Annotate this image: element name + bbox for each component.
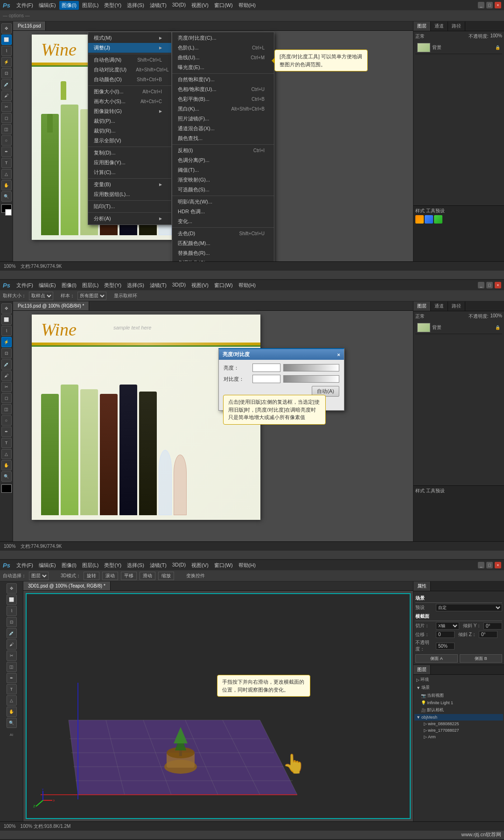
menu-layer[interactable]: 图层(L)	[80, 1, 101, 10]
adj-vibrance[interactable]: 自然饱和度(V)...	[172, 75, 274, 84]
tool3-eyedrop[interactable]: 💉	[7, 628, 17, 638]
tool2-eyedrop[interactable]: 💉	[1, 359, 12, 370]
adj-selectivecolor[interactable]: 可选颜色(S)...	[172, 185, 274, 195]
menu-auto-contrast[interactable]: 自动对比度(U)Alt+Shift+Ctrl+L	[88, 65, 171, 75]
adj-curves[interactable]: 曲线(U)...Ctrl+M	[172, 53, 274, 63]
menu-duplicate[interactable]: 复制(D)...	[88, 148, 171, 158]
tool-rect[interactable]: ⬜	[1, 35, 12, 45]
layer-scene[interactable]: ▼ 场景	[414, 684, 503, 692]
menu-image-size[interactable]: 图像大小(I)...Alt+Ctrl+I	[88, 87, 171, 97]
adj-threshold[interactable]: 阈值(T)...	[172, 165, 274, 175]
menu3-3d[interactable]: 3D(D)	[170, 561, 188, 570]
offset-input[interactable]	[436, 631, 455, 638]
contrast-input[interactable]	[252, 375, 280, 383]
menu2-file[interactable]: 文件(F)	[14, 281, 35, 290]
menu3-filter[interactable]: 滤镜(T)	[147, 561, 169, 570]
tool3-zoom[interactable]: 🔍	[7, 718, 17, 728]
tool2-rect[interactable]: ⬜	[1, 315, 12, 325]
sample-size-select[interactable]: 取样点	[29, 292, 53, 300]
tool-shape[interactable]: △	[1, 169, 12, 179]
doc-tab-3[interactable]: 3D01.psd @ 100% (Teapot, RGB/8) *	[23, 581, 111, 590]
menu3-layer[interactable]: 图层(L)	[80, 561, 101, 570]
menu2-edit[interactable]: 编辑(E)	[36, 281, 58, 290]
tool-hand[interactable]: ✋	[1, 180, 12, 190]
close-btn-3[interactable]: ×	[495, 562, 501, 568]
adj-levels[interactable]: 色阶(L)...Ctrl+L	[172, 43, 274, 53]
side-b-btn[interactable]: 侧面 B	[460, 654, 502, 663]
tool-crop[interactable]: ⊡	[1, 68, 12, 78]
layers3d-tab[interactable]: 图层	[413, 665, 431, 674]
rpanel-tab-paths-2[interactable]: 路径	[448, 301, 465, 311]
tool2-wand[interactable]: ⚡	[1, 337, 12, 347]
tool2-shape[interactable]: △	[1, 449, 12, 459]
menu3-window[interactable]: 窗口(W)	[212, 561, 235, 570]
adj-hue[interactable]: 色相/饱和度(U)...Ctrl+U	[172, 84, 274, 94]
prop-tab-main[interactable]: 属性	[413, 581, 431, 591]
menu-rotate[interactable]: 图像旋转(G)	[88, 106, 171, 116]
layer-mesh[interactable]: ▼ objMesh	[414, 714, 503, 721]
menu2-select[interactable]: 选择(S)	[125, 281, 147, 290]
adj-photofilter[interactable]: 照片滤镜(F)...	[172, 114, 274, 124]
layer-wire1[interactable]: ▷ wire_088088225	[414, 721, 503, 727]
tool2-move[interactable]: ✥	[1, 303, 12, 314]
adj-channelmixer[interactable]: 通道混合器(X)...	[172, 124, 274, 133]
layer-arm[interactable]: ▷ Arm	[414, 734, 503, 740]
menu-file[interactable]: 文件(F)	[14, 1, 35, 10]
maximize-btn-2[interactable]: □	[486, 282, 493, 288]
menu-auto-color[interactable]: 自动颜色(O)Shift+Ctrl+B	[88, 75, 171, 84]
menu2-3d[interactable]: 3D(D)	[170, 281, 188, 290]
menu-view[interactable]: 视图(V)	[189, 1, 211, 10]
autoselect-select[interactable]: 图层	[29, 572, 49, 580]
tool-zoom[interactable]: 🔍	[1, 191, 12, 202]
menu-select[interactable]: 选择(S)	[125, 1, 147, 10]
tool3-hand[interactable]: ✋	[7, 707, 17, 717]
adj-desaturate[interactable]: 去色(D)Shift+Ctrl+U	[172, 229, 274, 238]
menu3-file[interactable]: 文件(F)	[14, 561, 35, 570]
menu3-type[interactable]: 类型(Y)	[102, 561, 124, 570]
tool2-hand[interactable]: ✋	[1, 460, 12, 470]
tool3-text[interactable]: T	[7, 684, 17, 694]
tool2-pen[interactable]: ✒	[1, 427, 12, 437]
preset-select[interactable]: 自定	[436, 604, 502, 611]
menu-apply-image[interactable]: 应用图像(Y)...	[88, 158, 171, 168]
tool-wand[interactable]: ⚡	[1, 57, 12, 67]
menu-trap[interactable]: 陷印(T)...	[88, 202, 171, 211]
menu2-window[interactable]: 窗口(W)	[212, 281, 235, 290]
tool-clone[interactable]: ✂	[1, 102, 12, 112]
layer-wire2[interactable]: ▷ wire_177088027	[414, 727, 503, 734]
3d-roll-btn[interactable]: 滚动	[102, 572, 118, 580]
3d-rotate-btn[interactable]: 旋转	[84, 572, 99, 580]
menu-crop[interactable]: 裁切(P)...	[88, 116, 171, 126]
menu2-image[interactable]: 图像(I)	[59, 281, 79, 290]
brightness-input[interactable]	[252, 364, 280, 372]
adj-invert[interactable]: 反相(I)Ctrl+I	[172, 146, 274, 155]
show-ring-btn[interactable]: 显示取样环	[114, 293, 137, 299]
tool3-clone[interactable]: ✂	[7, 651, 17, 661]
layer-env[interactable]: ▷ 环境	[414, 676, 503, 684]
tool3-lasso[interactable]: ⌇	[7, 606, 17, 616]
menu-variables[interactable]: 变量(B)	[88, 180, 171, 189]
tool2-zoom[interactable]: 🔍	[1, 471, 12, 482]
doc-tab-1[interactable]: Pic116.psd	[13, 21, 46, 30]
adj-bw[interactable]: 黑白(K)...Alt+Shift+Ctrl+B	[172, 104, 274, 114]
menu3-select[interactable]: 选择(S)	[125, 561, 147, 570]
maximize-btn-3[interactable]: □	[486, 562, 493, 568]
menu2-filter[interactable]: 滤镜(T)	[147, 281, 169, 290]
tool2-crop[interactable]: ⊡	[1, 348, 12, 358]
menu2-help[interactable]: 帮助(H)	[236, 281, 258, 290]
maximize-btn[interactable]: □	[486, 2, 493, 8]
adj-matchcolor[interactable]: 匹配颜色(M)...	[172, 238, 274, 248]
tool-dodge[interactable]: ○	[1, 135, 12, 146]
menu3-edit[interactable]: 编辑(E)	[36, 561, 58, 570]
menu-auto-tone[interactable]: 自动色调(N)Shift+Ctrl+L	[88, 55, 171, 65]
layer-camera[interactable]: 🎥 默认相机	[414, 706, 503, 714]
tool2-eraser[interactable]: ◻	[1, 393, 12, 403]
swatch-3[interactable]	[434, 215, 442, 224]
sample-from-select[interactable]: 所有图层	[77, 292, 106, 300]
tool2-clone[interactable]: ✂	[1, 382, 12, 392]
menu2-type[interactable]: 类型(Y)	[102, 281, 124, 290]
menu-reveal[interactable]: 显示全部(V)	[88, 136, 171, 146]
rpanel-tab-channels[interactable]: 通道	[431, 21, 448, 31]
rpanel-tab-layers[interactable]: 图层	[413, 21, 431, 31]
tool2-lasso[interactable]: ⌇	[1, 326, 12, 336]
